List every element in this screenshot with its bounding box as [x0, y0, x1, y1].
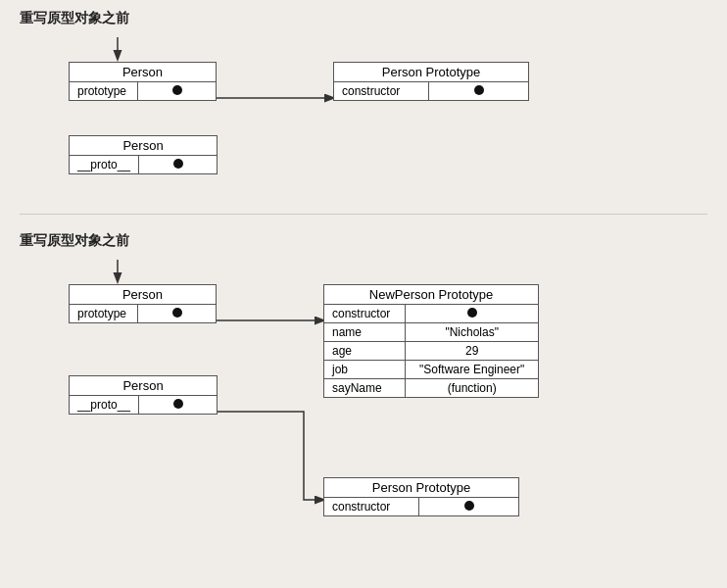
s2-proto-dot [464, 501, 474, 511]
s2-person-dot [172, 308, 182, 318]
s2-proto-val [419, 498, 519, 516]
s2-np-sayname-val: (function) [406, 379, 539, 398]
s2-np-constructor-val [406, 305, 539, 323]
s2-inst-dot [173, 399, 183, 409]
section2-person-proto-box: Person Prototype constructor [323, 477, 519, 516]
section2-newproto-box: NewPerson Prototype constructor name "Ni… [323, 284, 539, 398]
section1-title: 重写原型对象之前 [20, 10, 707, 27]
s2-np-job-val: "Software Engineer" [406, 361, 539, 379]
s2-np-c-dot [467, 308, 477, 318]
section1-instance-box: Person __proto__ [69, 135, 218, 174]
section2-diagram: Person prototype NewPerson Prototype con… [20, 260, 686, 544]
section2-newproto-header: NewPerson Prototype [324, 285, 539, 305]
section2-instance-box: Person __proto__ [69, 375, 218, 415]
divider [20, 214, 707, 215]
section1-instance-header: Person [70, 136, 218, 156]
s2-np-age-prop: age [324, 342, 406, 361]
s2-inst-val [139, 396, 218, 415]
s2-person-prop: prototype [70, 305, 138, 323]
s2-np-name-val: "Nicholas" [406, 323, 539, 342]
section1: 重写原型对象之前 Person prototype [20, 10, 707, 194]
s2-inst-prop: __proto__ [70, 396, 139, 415]
s2-np-name-prop: name [324, 323, 406, 342]
section2-title: 重写原型对象之前 [20, 232, 707, 250]
s2-proto-prop: constructor [324, 498, 419, 516]
section1-person-box: Person prototype [69, 62, 217, 101]
s1-proto-val [429, 82, 529, 101]
s2-np-constructor-prop: constructor [324, 305, 406, 323]
s1-inst-prop: __proto__ [70, 156, 139, 174]
s2-person-val [138, 305, 217, 323]
s1-inst-dot [173, 159, 183, 169]
s1-proto-dot [474, 85, 484, 95]
s1-person-val [138, 82, 217, 101]
s1-person-prop: prototype [70, 82, 138, 101]
section2-person-box: Person prototype [69, 284, 217, 323]
section2-proto-header: Person Prototype [324, 478, 519, 498]
s1-proto-prop: constructor [334, 82, 429, 101]
s2-np-sayname-prop: sayName [324, 379, 406, 398]
section1-proto-header: Person Prototype [334, 63, 529, 82]
s1-person-dot [172, 85, 182, 95]
section1-person-header: Person [70, 63, 217, 82]
section1-prototype-box: Person Prototype constructor [333, 62, 529, 101]
s2-np-job-prop: job [324, 361, 406, 379]
section2: 重写原型对象之前 Person [20, 232, 707, 544]
section1-diagram: Person prototype Person Prototype constr… [20, 37, 686, 194]
section2-instance-header: Person [70, 376, 218, 396]
s1-inst-val [139, 156, 218, 174]
section2-person-header: Person [70, 285, 217, 305]
s2-np-age-val: 29 [406, 342, 539, 361]
